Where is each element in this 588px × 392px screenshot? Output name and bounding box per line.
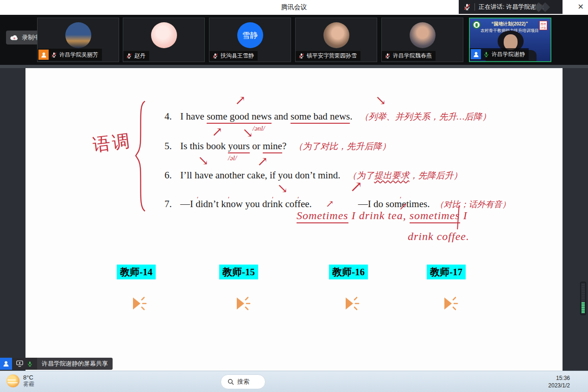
- weather-condition: 雾霾: [23, 381, 34, 387]
- sentence-5: 5.Is this book yours or mine? （为了对比，先升后降…: [164, 140, 391, 153]
- rise-arrow: ↗: [350, 179, 363, 195]
- speaker-face: [504, 34, 518, 50]
- member-badge-icon: [38, 50, 49, 60]
- teacher-label: 教师-16: [329, 265, 368, 279]
- red-annotation: （为了提出要求，先降后升）: [348, 170, 462, 182]
- participant-name: 赵丹: [134, 52, 145, 60]
- search-label: 搜索: [237, 378, 249, 386]
- rise-arrow: ↗: [326, 199, 334, 209]
- shared-slide: 语调 4.I have some good news and some bad …: [25, 68, 563, 371]
- temperature: 8°C: [23, 374, 34, 381]
- sentence-6: 6.I’ll have another cake, if you don’t m…: [164, 170, 462, 182]
- banner-line1: “国培计划(2022)”: [483, 21, 537, 27]
- participant-tile-active-speaker[interactable]: “国培计划(2022)” 农村骨干教师能力提升培训项目 国培 计划 许昌学院谢静: [469, 18, 551, 62]
- brace-stroke: [135, 101, 147, 212]
- sentence-4: 4.I have some good news and some bad new…: [164, 111, 491, 124]
- divider: [474, 3, 475, 11]
- participant-nametag: 镇平安字营栗园孙雪: [296, 51, 360, 61]
- search-box[interactable]: 搜索: [221, 374, 266, 389]
- time: 15:36: [541, 374, 570, 382]
- audio-speaker-icon: [341, 294, 360, 313]
- topic-label: 语调: [91, 129, 133, 157]
- participant-tile[interactable]: 雪静 扶沟县王雪静: [209, 18, 291, 62]
- participant-tile[interactable]: 许昌学院吴丽芳: [37, 18, 119, 62]
- stress-mark: ′: [272, 196, 273, 203]
- haze-weather-icon: [6, 374, 19, 387]
- participant-tile[interactable]: 镇平安字营栗园孙雪: [295, 18, 377, 62]
- training-logo-icon: [473, 21, 481, 29]
- mic-on-icon: [483, 51, 489, 57]
- cloud-recording-icon: [10, 34, 19, 41]
- stress-mark: ′: [228, 196, 229, 203]
- participant-name: 许昌学院谢静: [492, 51, 525, 58]
- share-toolbar-icons: [12, 358, 37, 370]
- rise-arrow: ↗: [212, 126, 222, 139]
- red-annotation: （为了对比，先升后降）: [294, 140, 391, 152]
- participant-name: 镇平安字营栗园孙雪: [307, 52, 357, 60]
- handwritten-line: drink coffee.: [408, 230, 469, 243]
- muted-mic-icon: [212, 53, 218, 59]
- close-button[interactable]: ✕: [578, 2, 584, 12]
- red-annotation: （列举、并列关系，先升…后降）: [360, 111, 491, 123]
- muted-mic-icon: [298, 53, 304, 59]
- avatar: [65, 22, 91, 48]
- weather-widget[interactable]: 8°C 雾霾: [6, 374, 34, 387]
- avatar: [323, 22, 349, 48]
- stress-mark: ′: [297, 196, 299, 203]
- shared-screen-area: 语调 4.I have some good news and some bad …: [0, 65, 588, 371]
- video-thumbnail-strip: 录制中 许昌学院吴丽芳 赵丹 雪静 扶沟县王雪静: [0, 15, 588, 65]
- phonetic-note: /ənl/: [253, 125, 265, 133]
- member-badge-icon: [0, 358, 12, 370]
- participant-nametag: 许昌学院谢静: [470, 48, 529, 60]
- fall-arrow: ↘: [277, 182, 288, 195]
- date: 2023/1/2: [541, 382, 570, 389]
- fall-arrow: ↘: [242, 126, 253, 139]
- title-bar: 腾讯会议 正在讲话: 许昌学院谢静; ✕: [0, 0, 588, 15]
- teacher-label: 教师-17: [427, 265, 466, 279]
- participant-tile[interactable]: 许昌学院魏春燕: [381, 18, 463, 62]
- start-button[interactable]: [202, 376, 212, 386]
- avatar-initials: 雪静: [242, 30, 258, 41]
- speaking-banner[interactable]: 正在讲话: 许昌学院谢静;: [459, 0, 563, 14]
- share-source-label: 许昌学院谢静的屏幕共享: [37, 358, 113, 370]
- teacher-label: 教师-14: [117, 265, 156, 279]
- avatar: [410, 22, 436, 48]
- stress-mark: ′: [197, 196, 198, 203]
- avatar: 雪静: [237, 22, 263, 48]
- participant-nametag: 许昌学院魏春燕: [382, 51, 436, 61]
- participant-name: 许昌学院魏春燕: [393, 52, 432, 60]
- phonetic-note: /əl/: [228, 154, 237, 162]
- red-annotation: （对比；话外有音）: [435, 199, 510, 210]
- tencent-meeting-window: 腾讯会议 正在讲话: 许昌学院谢静; ✕ 录制中 许昌学院吴丽芳: [0, 0, 588, 392]
- search-icon: [228, 379, 234, 385]
- member-badge-icon: [471, 49, 481, 59]
- windows-taskbar: 8°C 雾霾 搜索 M M 英 15:36 2023/1/2: [0, 371, 588, 392]
- fall-arrow: ↘: [375, 94, 386, 107]
- handwritten-line: Sometimes I drink tea, sometimes I: [297, 209, 468, 222]
- muted-mic-icon: [126, 53, 132, 59]
- audio-speaker-icon: [129, 294, 147, 313]
- screen-share-icon: [16, 360, 23, 367]
- muted-mic-icon: [51, 52, 57, 58]
- rise-arrow: ↗: [257, 155, 268, 168]
- divider: [0, 65, 588, 68]
- participant-name: 许昌学院吴丽芳: [59, 51, 98, 59]
- avatar: [151, 22, 177, 48]
- mic-on-icon: [27, 361, 33, 367]
- participant-nametag: 赵丹: [123, 51, 149, 61]
- fall-arrow: ↘: [198, 154, 209, 167]
- participant-name: 扶沟县王雪静: [221, 52, 254, 60]
- audio-speaker-icon: [233, 294, 251, 313]
- muted-mic-icon: [385, 53, 391, 59]
- audio-speaker-icon: [440, 294, 459, 313]
- participant-nametag: 许昌学院吴丽芳: [38, 49, 102, 61]
- volume-level-widget[interactable]: [580, 282, 586, 315]
- participant-tile[interactable]: 赵丹: [123, 18, 205, 62]
- participant-nametag: 扶沟县王雪静: [209, 51, 258, 61]
- muted-mic-icon: [463, 3, 471, 11]
- teacher-label: 教师-15: [219, 265, 258, 279]
- screen-share-toolbar[interactable]: 许昌学院谢静的屏幕共享: [0, 358, 113, 370]
- rise-arrow: ↗: [235, 94, 246, 107]
- red-seal: 国培 计划: [539, 21, 547, 30]
- taskbar-clock[interactable]: 15:36 2023/1/2: [541, 374, 570, 389]
